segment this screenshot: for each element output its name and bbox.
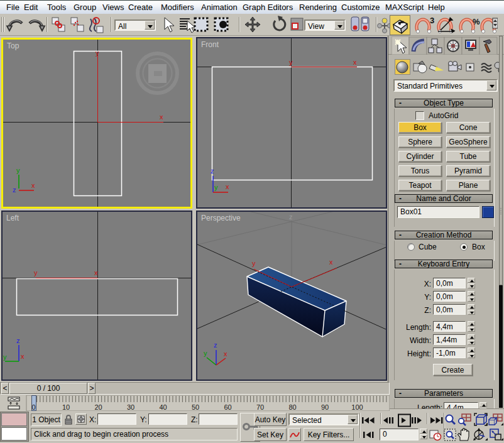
svg-text:20: 20 (94, 403, 102, 411)
svg-text:90: 90 (321, 403, 329, 411)
svg-text:y: y (16, 167, 20, 174)
svg-text:x: x (21, 353, 25, 360)
svg-text:x: x (226, 183, 229, 190)
svg-text:y: y (289, 58, 293, 66)
svg-text:y: y (3, 353, 7, 361)
svg-text:x: x (31, 182, 35, 189)
svg-text:y: y (34, 269, 38, 276)
svg-text:z: z (16, 337, 20, 344)
svg-text:x: x (329, 258, 333, 266)
svg-text:0: 0 (31, 403, 35, 411)
svg-text:30: 30 (127, 403, 134, 411)
svg-text:60: 60 (224, 403, 231, 411)
svg-text:80: 80 (288, 403, 296, 411)
svg-text:x: x (224, 350, 227, 358)
svg-text:z: z (211, 167, 214, 175)
svg-text:%: % (473, 17, 480, 26)
svg-text:3: 3 (430, 16, 434, 25)
svg-text:y: y (96, 49, 99, 57)
svg-text:10: 10 (62, 403, 70, 411)
svg-text:70: 70 (256, 403, 264, 411)
svg-text:x: x (94, 269, 98, 276)
svg-text:z: z (13, 186, 16, 194)
svg-text:40: 40 (159, 403, 167, 411)
svg-text:50: 50 (192, 403, 199, 411)
svg-text:x: x (160, 113, 163, 121)
svg-text:z: z (289, 213, 293, 221)
svg-text:y: y (204, 349, 207, 357)
svg-text:100: 100 (351, 403, 363, 411)
svg-text:z: z (214, 341, 217, 349)
svg-text:y: y (252, 260, 256, 267)
svg-text:y: y (214, 183, 218, 191)
svg-text:x: x (353, 58, 357, 66)
